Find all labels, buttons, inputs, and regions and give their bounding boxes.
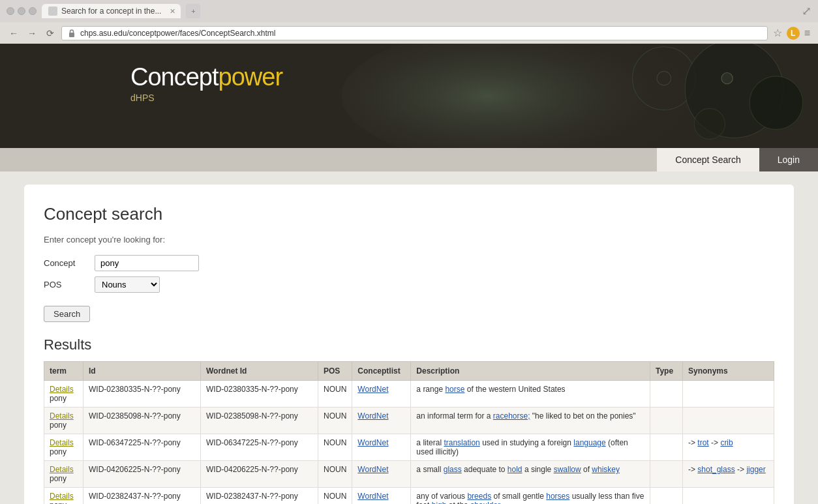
synonym-link[interactable]: jigger bbox=[746, 465, 765, 474]
synonym-link[interactable]: crib bbox=[720, 438, 733, 447]
description-link[interactable]: breeds bbox=[467, 492, 491, 501]
back-button[interactable]: ← bbox=[7, 26, 21, 40]
logo-white-part: Concept bbox=[130, 63, 219, 91]
term-text: pony bbox=[50, 501, 78, 504]
table-row: DetailsponyWID-04206225-N-??-ponyWID-042… bbox=[44, 461, 774, 488]
tab-title: Search for a concept in the... bbox=[61, 7, 161, 16]
site-subtitle: dHPS bbox=[130, 93, 818, 103]
svg-point-7 bbox=[694, 108, 725, 139]
description-link[interactable]: translation bbox=[444, 438, 479, 447]
description-link[interactable]: horse bbox=[445, 385, 464, 394]
pos-label: POS bbox=[44, 280, 89, 289]
tab-login[interactable]: Login bbox=[759, 148, 818, 171]
main-content: Concept search Enter concept you're look… bbox=[0, 171, 818, 504]
type-cell bbox=[650, 434, 683, 461]
col-header-synonyms: Synonyms bbox=[683, 362, 774, 381]
window-controls bbox=[7, 7, 37, 15]
description-link[interactable]: whiskey bbox=[592, 465, 620, 474]
description-link[interactable]: language bbox=[573, 438, 605, 447]
description-cell: a range horse of the western United Stat… bbox=[411, 381, 650, 408]
address-bar[interactable]: chps.asu.edu/conceptpower/faces/ConceptS… bbox=[61, 26, 768, 40]
synonyms-cell: -> trot -> crib bbox=[683, 434, 774, 461]
content-card: Concept search Enter concept you're look… bbox=[24, 185, 794, 504]
maximize-dot[interactable] bbox=[29, 7, 37, 15]
browser-chrome: Search for a concept in the... ✕ + ⤢ ← →… bbox=[0, 0, 818, 44]
pos-cell: NOUN bbox=[318, 381, 352, 408]
description-link[interactable]: swallow bbox=[554, 465, 581, 474]
description-link[interactable]: racehorse; bbox=[493, 411, 530, 421]
tab-concept-search[interactable]: Concept Search bbox=[657, 148, 759, 171]
site-header: Conceptpower dHPS bbox=[0, 44, 818, 148]
type-cell bbox=[650, 381, 683, 408]
table-row: DetailsponyWID-02385098-N-??-ponyWID-023… bbox=[44, 408, 774, 434]
results-table-body: DetailsponyWID-02380335-N-??-ponyWID-023… bbox=[44, 381, 774, 505]
description-cell: a small glass adequate to hold a single … bbox=[411, 461, 650, 488]
term-text: pony bbox=[50, 394, 78, 403]
details-cell: Detailspony bbox=[44, 381, 83, 408]
pos-cell: NOUN bbox=[318, 461, 352, 488]
logo-yellow-part: power bbox=[219, 63, 283, 91]
details-cell: Detailspony bbox=[44, 434, 83, 461]
synonyms-cell bbox=[683, 408, 774, 434]
description-cell: an informal term for a racehorse; "he li… bbox=[411, 408, 650, 434]
description-link[interactable]: horses bbox=[546, 492, 569, 501]
header-content: Conceptpower dHPS bbox=[0, 44, 818, 103]
page-title: Concept search bbox=[44, 204, 774, 224]
conceptlist-cell: WordNet bbox=[352, 461, 411, 488]
details-link[interactable]: Details bbox=[50, 465, 74, 474]
search-button[interactable]: Search bbox=[44, 306, 90, 322]
wordnet-id-cell: WID-02380335-N-??-pony bbox=[201, 381, 318, 408]
details-link[interactable]: Details bbox=[50, 492, 74, 501]
pos-cell: NOUN bbox=[318, 488, 352, 505]
forward-button[interactable]: → bbox=[25, 26, 39, 40]
details-link[interactable]: Details bbox=[50, 385, 74, 394]
description-link[interactable]: glass bbox=[444, 465, 462, 474]
conceptlist-link[interactable]: WordNet bbox=[357, 438, 388, 447]
bookmark-icon[interactable]: ☆ bbox=[772, 25, 783, 40]
conceptlist-cell: WordNet bbox=[352, 488, 411, 505]
synonym-link[interactable]: trot bbox=[697, 438, 708, 447]
refresh-button[interactable]: ⟳ bbox=[43, 26, 57, 40]
type-cell bbox=[650, 461, 683, 488]
col-header-wordnet-id: Wordnet Id bbox=[201, 362, 318, 381]
id-cell: WID-02380335-N-??-pony bbox=[83, 381, 201, 408]
conceptlist-link[interactable]: WordNet bbox=[357, 492, 388, 501]
concept-form-row: Concept bbox=[44, 255, 774, 271]
wordnet-id-cell: WID-02385098-N-??-pony bbox=[201, 408, 318, 434]
table-row: DetailsponyWID-02382437-N-??-ponyWID-023… bbox=[44, 488, 774, 505]
id-cell: WID-06347225-N-??-pony bbox=[83, 434, 201, 461]
type-cell bbox=[650, 488, 683, 505]
new-tab-button[interactable]: + bbox=[186, 4, 200, 18]
conceptlist-link[interactable]: WordNet bbox=[357, 465, 388, 474]
conceptlist-cell: WordNet bbox=[352, 381, 411, 408]
conceptlist-link[interactable]: WordNet bbox=[357, 411, 388, 421]
concept-input[interactable] bbox=[95, 255, 199, 271]
description-link[interactable]: shoulder bbox=[470, 501, 500, 504]
wordnet-id-cell: WID-06347225-N-??-pony bbox=[201, 434, 318, 461]
table-row: DetailsponyWID-06347225-N-??-ponyWID-063… bbox=[44, 434, 774, 461]
tab-close-icon[interactable]: ✕ bbox=[170, 7, 175, 16]
conceptlist-link[interactable]: WordNet bbox=[357, 385, 388, 394]
minimize-dot[interactable] bbox=[18, 7, 25, 15]
synonyms-cell: -> shot_glass -> jigger bbox=[683, 461, 774, 488]
profile-icon[interactable]: L bbox=[787, 27, 800, 40]
synonyms-cell bbox=[683, 381, 774, 408]
description-link[interactable]: hold bbox=[507, 465, 523, 474]
details-link[interactable]: Details bbox=[50, 411, 74, 421]
details-link[interactable]: Details bbox=[50, 438, 74, 447]
wordnet-id-cell: WID-02382437-N-??-pony bbox=[201, 488, 318, 505]
close-dot[interactable] bbox=[7, 7, 14, 15]
synonym-link[interactable]: shot_glass bbox=[697, 465, 735, 474]
term-text: pony bbox=[50, 421, 78, 430]
url-text: chps.asu.edu/conceptpower/faces/ConceptS… bbox=[80, 29, 762, 38]
menu-icon[interactable]: ≡ bbox=[803, 26, 811, 40]
page-wrapper: Conceptpower dHPS Concept Search Login C… bbox=[0, 44, 818, 504]
term-text: pony bbox=[50, 474, 78, 483]
id-cell: WID-02382437-N-??-pony bbox=[83, 488, 201, 505]
results-table: term Id Wordnet Id POS Conceptlist Descr… bbox=[44, 361, 774, 504]
restore-icon[interactable]: ⤢ bbox=[802, 4, 811, 18]
pos-select[interactable]: Nouns Verbs Adjectives Adverbs Others bbox=[95, 276, 160, 293]
browser-tab[interactable]: Search for a concept in the... ✕ bbox=[42, 4, 181, 18]
description-link[interactable]: high bbox=[432, 501, 447, 504]
pos-form-row: POS Nouns Verbs Adjectives Adverbs Other… bbox=[44, 276, 774, 293]
